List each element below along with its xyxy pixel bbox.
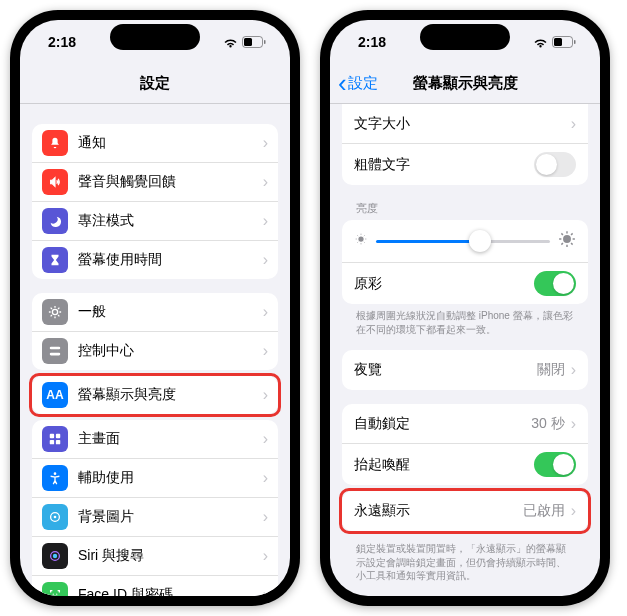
chevron-right-icon: › — [263, 134, 268, 152]
row-label: Siri 與搜尋 — [78, 547, 257, 565]
sun-small-icon — [354, 232, 368, 250]
highlight-always-on: 永遠顯示 已啟用 › — [339, 488, 591, 534]
chevron-right-icon: › — [263, 469, 268, 487]
group-always-on: 永遠顯示 已啟用 › — [342, 491, 588, 531]
accessibility-icon — [42, 465, 68, 491]
header: 設定 螢幕顯示與亮度 — [330, 64, 600, 104]
chevron-right-icon: › — [263, 251, 268, 269]
svg-point-26 — [358, 236, 363, 241]
row-label: 控制中心 — [78, 342, 257, 360]
row-true-tone[interactable]: 原彩 — [342, 263, 588, 304]
row-sounds[interactable]: 聲音與觸覺回饋 › — [32, 163, 278, 202]
battery-icon — [552, 36, 576, 48]
svg-rect-25 — [574, 40, 576, 44]
row-label: 粗體文字 — [354, 156, 534, 174]
row-label: 通知 — [78, 134, 257, 152]
highlight-display: AA 螢幕顯示與亮度 › — [29, 373, 281, 417]
wallpaper-icon — [42, 504, 68, 530]
group-brightness: 原彩 — [342, 220, 588, 304]
slider-thumb[interactable] — [469, 230, 491, 252]
phone-right: 2:18 設定 螢幕顯示與亮度 文字大小 › — [320, 10, 610, 606]
section-header-screen: 螢幕 — [342, 583, 588, 597]
row-control-center[interactable]: 控制中心 › — [32, 332, 278, 370]
group-night-shift: 夜覽 關閉 › — [342, 350, 588, 390]
row-label: 夜覽 — [354, 361, 537, 379]
row-night-shift[interactable]: 夜覽 關閉 › — [342, 350, 588, 390]
brightness-slider[interactable] — [376, 240, 550, 243]
svg-point-15 — [53, 594, 54, 595]
row-focus[interactable]: 專注模式 › — [32, 202, 278, 241]
row-always-on[interactable]: 永遠顯示 已啟用 › — [342, 491, 588, 531]
row-label: 原彩 — [354, 275, 534, 293]
always-on-description: 鎖定裝置或裝置閒置時，「永遠顯示」的螢幕顯示設定會調暗鎖定畫面，但仍會持續顯示時… — [342, 537, 588, 583]
display-settings-list[interactable]: 文字大小 › 粗體文字 亮度 — [330, 104, 600, 596]
raise-to-wake-toggle[interactable] — [534, 452, 576, 477]
row-wallpaper[interactable]: 背景圖片 › — [32, 498, 278, 537]
chevron-right-icon: › — [263, 430, 268, 448]
svg-point-14 — [53, 554, 57, 558]
dynamic-island — [420, 24, 510, 50]
svg-rect-7 — [56, 434, 60, 438]
grid-icon — [42, 426, 68, 452]
settings-list[interactable]: 通知 › 聲音與觸覺回饋 › 專注模式 › — [20, 104, 290, 596]
chevron-right-icon: › — [571, 502, 576, 520]
bell-icon — [42, 130, 68, 156]
row-label: 輔助使用 — [78, 469, 257, 487]
wifi-icon — [223, 37, 238, 48]
svg-rect-5 — [50, 353, 61, 356]
screen-right: 2:18 設定 螢幕顯示與亮度 文字大小 › — [330, 20, 600, 596]
row-notifications[interactable]: 通知 › — [32, 124, 278, 163]
siri-icon — [42, 543, 68, 569]
svg-point-16 — [56, 594, 57, 595]
row-display-brightness[interactable]: AA 螢幕顯示與亮度 › — [32, 376, 278, 414]
row-label: 自動鎖定 — [354, 415, 531, 433]
brightness-slider-row — [342, 220, 588, 263]
svg-rect-2 — [264, 40, 266, 44]
row-auto-lock[interactable]: 自動鎖定 30 秒 › — [342, 404, 588, 444]
row-home-screen[interactable]: 主畫面 › — [32, 420, 278, 459]
row-label: Face ID 與密碼 — [78, 586, 257, 596]
sun-large-icon — [558, 230, 576, 252]
chevron-right-icon: › — [263, 386, 268, 404]
aa-icon: AA — [42, 382, 68, 408]
row-value: 關閉 — [537, 361, 565, 379]
row-raise-to-wake[interactable]: 抬起喚醒 — [342, 444, 588, 485]
row-faceid[interactable]: Face ID 與密碼 › — [32, 576, 278, 596]
row-siri[interactable]: Siri 與搜尋 › — [32, 537, 278, 576]
row-accessibility[interactable]: 輔助使用 › — [32, 459, 278, 498]
back-button[interactable]: 設定 — [338, 74, 378, 93]
row-bold-text[interactable]: 粗體文字 — [342, 144, 588, 185]
svg-point-27 — [563, 235, 571, 243]
battery-icon — [242, 36, 266, 48]
row-label: 文字大小 — [354, 115, 565, 133]
highlight-group: AA 螢幕顯示與亮度 › — [32, 376, 278, 414]
page-title: 螢幕顯示與亮度 — [413, 74, 518, 93]
wifi-icon — [533, 37, 548, 48]
status-time: 2:18 — [48, 34, 76, 50]
group-general: 一般 › 控制中心 › — [32, 293, 278, 370]
group-general-cont: 主畫面 › 輔助使用 › 背景圖片 › — [32, 420, 278, 596]
row-label: 主畫面 — [78, 430, 257, 448]
row-general[interactable]: 一般 › — [32, 293, 278, 332]
svg-rect-24 — [554, 38, 562, 46]
header: 設定 — [20, 64, 290, 104]
svg-point-3 — [52, 309, 57, 314]
chevron-right-icon: › — [263, 547, 268, 565]
true-tone-toggle[interactable] — [534, 271, 576, 296]
page-title: 設定 — [140, 74, 170, 93]
bold-text-toggle[interactable] — [534, 152, 576, 177]
back-label: 設定 — [348, 74, 378, 93]
row-value: 30 秒 — [531, 415, 564, 433]
row-label: 聲音與觸覺回饋 — [78, 173, 257, 191]
svg-point-10 — [54, 472, 57, 475]
phone-left: 2:18 設定 通知 › — [10, 10, 300, 606]
row-screentime[interactable]: 螢幕使用時間 › — [32, 241, 278, 279]
svg-rect-1 — [244, 38, 252, 46]
section-header-brightness: 亮度 — [342, 185, 588, 220]
row-label: 專注模式 — [78, 212, 257, 230]
chevron-right-icon: › — [571, 115, 576, 133]
row-label: 螢幕使用時間 — [78, 251, 257, 269]
moon-icon — [42, 208, 68, 234]
svg-point-12 — [54, 516, 57, 519]
row-text-size[interactable]: 文字大小 › — [342, 104, 588, 144]
